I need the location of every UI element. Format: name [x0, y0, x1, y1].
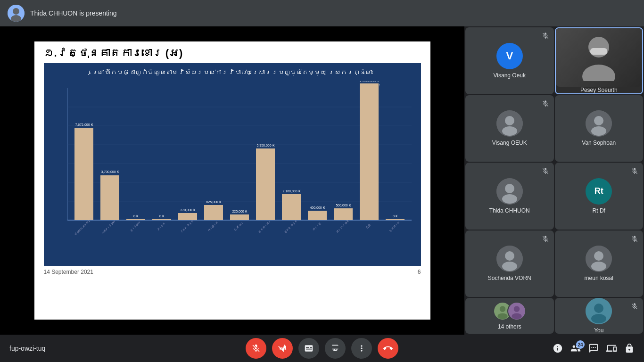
svg-text:2,160,000 ₭: 2,160,000 ₭ — [282, 189, 300, 193]
mute-icon-rt — [630, 166, 639, 176]
svg-text:ភូតតូ គំនូត: ភូតតូ គំនូត — [283, 219, 298, 234]
right-controls: 24 — [553, 343, 635, 354]
svg-text:225,000 ₭: 225,000 ₭ — [232, 210, 247, 213]
avatar-sochenda — [496, 246, 523, 272]
svg-rect-15 — [126, 219, 145, 220]
mute-icon-visang — [541, 99, 550, 108]
slide-container: ១.វត្ថុនគាតការខោរ (អ) គ្រោហ៍កបផ្ដាញពីចំណ… — [34, 41, 430, 320]
avatar-you — [586, 298, 612, 324]
participant-tile-you[interactable]: You — [555, 298, 644, 334]
participant-tile-van-sophoan[interactable]: Van Sophoan — [555, 95, 644, 162]
chat-button[interactable] — [588, 343, 599, 354]
svg-text:ភួរចំណូល: ភួរចំណូល — [129, 220, 140, 232]
svg-text:7,672,000 ₭: 7,672,000 ₭ — [75, 123, 93, 126]
svg-point-64 — [505, 251, 514, 261]
svg-text:270,000 ₭: 270,000 ₭ — [180, 208, 195, 212]
name-sochenda: Sochenda VORN — [488, 275, 531, 281]
presenter-text: Thida CHHUON is presenting — [30, 9, 117, 17]
svg-point-77 — [591, 314, 606, 323]
captions-button[interactable] — [298, 338, 319, 359]
participant-tile-visang-oeuk-top[interactable]: V Visang Oeuk — [465, 27, 554, 94]
end-call-button[interactable] — [378, 338, 398, 359]
svg-text:625,000 ₭: 625,000 ₭ — [206, 200, 221, 204]
svg-point-59 — [591, 126, 606, 136]
controls — [246, 338, 398, 359]
slide-header: ១.វត្ថុនគាតការខោរ (អ) — [34, 41, 430, 63]
slide-footer: 14 September 2021 6 — [34, 266, 430, 278]
name-you: You — [594, 327, 603, 334]
slide-date: 14 September 2021 — [44, 269, 93, 275]
svg-rect-31 — [334, 208, 353, 220]
svg-text:ភូតតារការ: ភូតតារការ — [257, 219, 272, 233]
bar-chart: 7,672,000 ₭ 3,700,000 ₭ 0 ₭ 0 ₭ 270,000 … — [49, 81, 416, 251]
svg-text:ការណ័ត្រ: ការណ័ត្រ — [206, 220, 218, 232]
name-visang-top: Visang Oeuk — [494, 72, 526, 79]
svg-point-1 — [13, 8, 19, 15]
svg-text:ចំ ស៊ីតារ: ចំ ស៊ីតារ — [233, 221, 244, 231]
svg-point-70 — [499, 306, 505, 312]
name-meun-kosal: meun kosal — [585, 275, 613, 281]
svg-rect-21 — [204, 205, 223, 220]
people-badge: 24 — [576, 340, 585, 349]
svg-rect-17 — [152, 219, 171, 220]
name-visang-oeuk: Visang OEUK — [492, 140, 527, 146]
name-rt-df: Rt Df — [593, 207, 605, 214]
pesey-photo — [556, 28, 643, 87]
svg-rect-25 — [256, 148, 275, 220]
svg-text:គោទរចំណូល: គោទរចំណូល — [101, 219, 116, 234]
svg-text:500,000 ₭: 500,000 ₭ — [336, 204, 351, 207]
svg-text:រ័ក្ត គំនូត: រ័ក្ត គំនូត — [179, 219, 194, 234]
svg-point-65 — [502, 262, 517, 271]
svg-point-76 — [594, 304, 603, 313]
info-button[interactable] — [553, 343, 563, 354]
name-van-sophoan: Van Sophoan — [582, 140, 616, 146]
svg-point-55 — [505, 116, 514, 125]
chart-title: គ្រោហ៍កបផ្ដាញពីចំណួលតាមវិស័យរបស់ការវិបាល… — [49, 68, 416, 77]
participant-tile-pesey[interactable]: ⋮ Pesey Soeurth — [555, 27, 644, 94]
mute-icon-you — [630, 302, 639, 311]
avatar-meun-kosal — [586, 246, 612, 272]
participant-tile-meun-kosal[interactable]: meun kosal — [555, 230, 644, 297]
bar-chart-svg: 7,672,000 ₭ 3,700,000 ₭ 0 ₭ 0 ₭ 270,000 … — [49, 81, 416, 251]
slide-chart-area: គ្រោហ៍កបផ្ដាញពីចំណួលតាមវិស័យរបស់ការវិបាល… — [44, 63, 421, 266]
camera-button[interactable] — [272, 338, 293, 359]
safety-button[interactable] — [624, 343, 635, 354]
mute-icon-meun — [630, 234, 639, 244]
svg-text:5,950,000 ₭: 5,950,000 ₭ — [256, 144, 274, 147]
avatar-thida — [496, 178, 523, 205]
more-options-button[interactable] — [351, 338, 372, 359]
top-bar: Thida CHHUON is presenting — [0, 0, 644, 26]
svg-text:0 ₭: 0 ₭ — [393, 214, 398, 218]
participant-tile-14-others[interactable]: 14 others — [465, 298, 554, 334]
svg-rect-36 — [386, 219, 405, 220]
present-button[interactable] — [325, 338, 346, 359]
avatar-visang-oeuk — [496, 110, 523, 137]
participant-tile-visang-oeuk[interactable]: Visang OEUK — [465, 95, 554, 162]
person-icon — [580, 34, 618, 81]
svg-text:ភូតតារស: ភូតតារស — [388, 220, 400, 232]
avatar-visang-top: V — [496, 43, 523, 69]
svg-rect-11 — [74, 128, 93, 220]
mute-icon-sochenda — [541, 234, 550, 244]
svg-point-61 — [505, 184, 514, 193]
avatar-van-sophoan — [586, 110, 612, 137]
activities-button[interactable] — [606, 343, 617, 354]
participant-tile-thida[interactable]: Thida CHHUON — [465, 163, 554, 230]
svg-point-73 — [513, 306, 520, 312]
svg-text:↑: ↑ — [379, 83, 380, 87]
svg-point-74 — [512, 313, 522, 320]
name-pesey: Pesey Soeurth — [580, 87, 618, 93]
svg-point-52 — [582, 65, 615, 81]
name-14-others: 14 others — [498, 323, 521, 330]
svg-point-67 — [594, 251, 603, 261]
participant-tile-rt-df[interactable]: Rt Rt Df — [555, 163, 644, 230]
people-button[interactable]: 24 — [570, 343, 581, 354]
svg-rect-13 — [100, 175, 119, 220]
participant-tile-sochenda[interactable]: Sochenda VORN — [465, 230, 554, 297]
mic-button[interactable] — [246, 338, 266, 359]
svg-text:0 ₭: 0 ₭ — [159, 214, 165, 218]
sidebar: V Visang Oeuk ⋮ Pesey Soeurth Visang OEU… — [464, 26, 644, 335]
svg-text:ភារ​ត្រូ: ភារ​ត្រូ — [311, 221, 321, 231]
svg-point-68 — [591, 262, 606, 271]
svg-point-71 — [497, 313, 508, 320]
